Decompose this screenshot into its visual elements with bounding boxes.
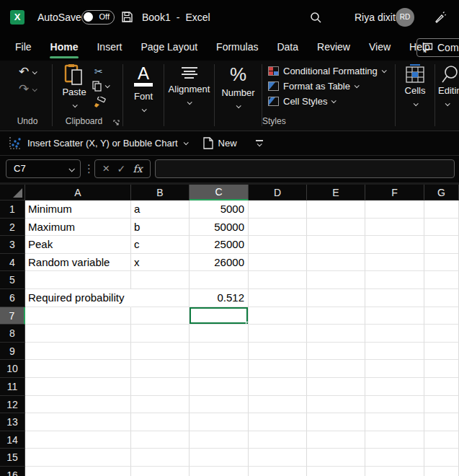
cell-G14[interactable] [424, 431, 459, 449]
tab-insert[interactable]: Insert [87, 35, 131, 61]
cell-B15[interactable] [131, 449, 190, 467]
cell-E3[interactable] [307, 236, 365, 254]
cell-F14[interactable] [365, 431, 424, 449]
search-icon[interactable] [310, 12, 322, 24]
cancel-icon[interactable]: × [102, 162, 110, 176]
redo-dropdown-icon[interactable] [32, 87, 37, 92]
column-header-D[interactable]: D [249, 185, 307, 200]
cell-D15[interactable] [249, 449, 307, 467]
cell-F11[interactable] [365, 378, 424, 396]
cell-B3[interactable]: c [131, 236, 190, 254]
cell-C12[interactable] [190, 396, 249, 414]
column-header-F[interactable]: F [365, 185, 424, 200]
row-header-3[interactable]: 3 [0, 236, 25, 254]
font-icon[interactable]: A [123, 65, 164, 87]
cell-B9[interactable] [131, 343, 190, 361]
enter-icon[interactable]: ✓ [117, 163, 126, 175]
cell-D6[interactable] [249, 289, 307, 307]
cell-C2[interactable]: 50000 [190, 219, 249, 237]
row-header-4[interactable]: 4 [0, 254, 25, 272]
cell-B11[interactable] [131, 378, 190, 396]
cell-A14[interactable] [25, 431, 131, 449]
redo-icon[interactable]: ↷ [19, 82, 29, 97]
cell-C7[interactable] [190, 307, 249, 325]
cell-E9[interactable] [307, 343, 365, 361]
cell-D12[interactable] [249, 396, 307, 414]
cell-D7[interactable] [249, 307, 307, 325]
select-all-corner[interactable] [0, 185, 25, 200]
cell-B13[interactable] [131, 413, 190, 431]
cell-F4[interactable] [365, 254, 424, 272]
cell-A2[interactable]: Maximum [25, 219, 131, 237]
cell-C1[interactable]: 5000 [190, 200, 249, 219]
cell-A7[interactable] [25, 307, 131, 325]
row-header-6[interactable]: 6 [0, 289, 25, 307]
cell-C16[interactable] [190, 467, 249, 476]
editing-find-icon[interactable] [441, 65, 459, 84]
cut-button[interactable]: ✂ [94, 65, 103, 78]
cell-B1[interactable]: a [131, 200, 190, 219]
cell-B7[interactable] [131, 307, 190, 325]
tab-file[interactable]: File [6, 35, 41, 61]
row-header-14[interactable]: 14 [0, 431, 25, 449]
autosave-toggle[interactable]: Off [81, 10, 115, 25]
cell-E13[interactable] [307, 413, 365, 431]
avatar[interactable]: RD [396, 8, 414, 27]
cell-A10[interactable] [25, 360, 131, 378]
cell-F10[interactable] [365, 360, 424, 378]
format-as-table-button[interactable]: Format as Table [262, 79, 395, 94]
cell-B10[interactable] [131, 360, 190, 378]
cell-D13[interactable] [249, 413, 307, 431]
cell-F7[interactable] [365, 307, 424, 325]
cell-C11[interactable] [190, 378, 249, 396]
cell-A11[interactable] [25, 378, 131, 396]
tab-formulas[interactable]: Formulas [207, 35, 267, 61]
column-header-A[interactable]: A [25, 185, 131, 200]
row-header-7[interactable]: 7 [0, 307, 25, 325]
cell-F9[interactable] [365, 343, 424, 361]
editing-dropdown-icon[interactable] [445, 101, 450, 106]
cell-A13[interactable] [25, 413, 131, 431]
cell-E16[interactable] [307, 467, 365, 476]
clipboard-dialog-launcher-icon[interactable] [113, 120, 120, 126]
cells-icon[interactable] [396, 64, 435, 83]
copy-dropdown-icon[interactable] [105, 83, 110, 88]
undo-icon[interactable]: ↶ [19, 65, 29, 79]
cell-E11[interactable] [307, 378, 365, 396]
row-header-1[interactable]: 1 [0, 200, 25, 219]
cell-D8[interactable] [249, 325, 307, 343]
cell-F16[interactable] [365, 467, 424, 476]
tab-data[interactable]: Data [267, 35, 308, 61]
cell-A8[interactable] [25, 325, 131, 343]
cell-G2[interactable] [424, 219, 459, 237]
row-header-2[interactable]: 2 [0, 219, 25, 237]
cell-G1[interactable] [424, 200, 459, 219]
cell-G9[interactable] [424, 343, 459, 361]
cell-D1[interactable] [249, 200, 307, 219]
cell-F5[interactable] [365, 271, 424, 289]
paste-button[interactable]: Paste [58, 63, 90, 110]
user-name[interactable]: Riya dixit [355, 0, 396, 35]
row-header-13[interactable]: 13 [0, 413, 25, 431]
cell-G16[interactable] [424, 467, 459, 476]
cell-A9[interactable] [25, 343, 131, 361]
insert-function-icon[interactable]: fx [133, 163, 143, 175]
conditional-formatting-button[interactable]: Conditional Formatting [262, 63, 395, 79]
cell-F3[interactable] [365, 236, 424, 254]
row-header-15[interactable]: 15 [0, 449, 25, 467]
column-header-B[interactable]: B [131, 185, 190, 200]
row-header-9[interactable]: 9 [0, 343, 25, 361]
cell-A15[interactable] [25, 449, 131, 467]
number-dropdown-icon[interactable] [236, 103, 241, 108]
cell-D3[interactable] [249, 236, 307, 254]
excel-logo-icon[interactable]: X [10, 10, 24, 25]
cell-E2[interactable] [307, 219, 365, 237]
cell-E12[interactable] [307, 396, 365, 414]
cell-B5[interactable] [131, 271, 190, 289]
alignment-icon[interactable] [164, 67, 214, 79]
cell-D9[interactable] [249, 343, 307, 361]
cell-C15[interactable] [190, 449, 249, 467]
cell-F13[interactable] [365, 413, 424, 431]
insert-scatter-dropdown-icon[interactable] [183, 140, 188, 145]
cell-C5[interactable] [190, 271, 249, 289]
